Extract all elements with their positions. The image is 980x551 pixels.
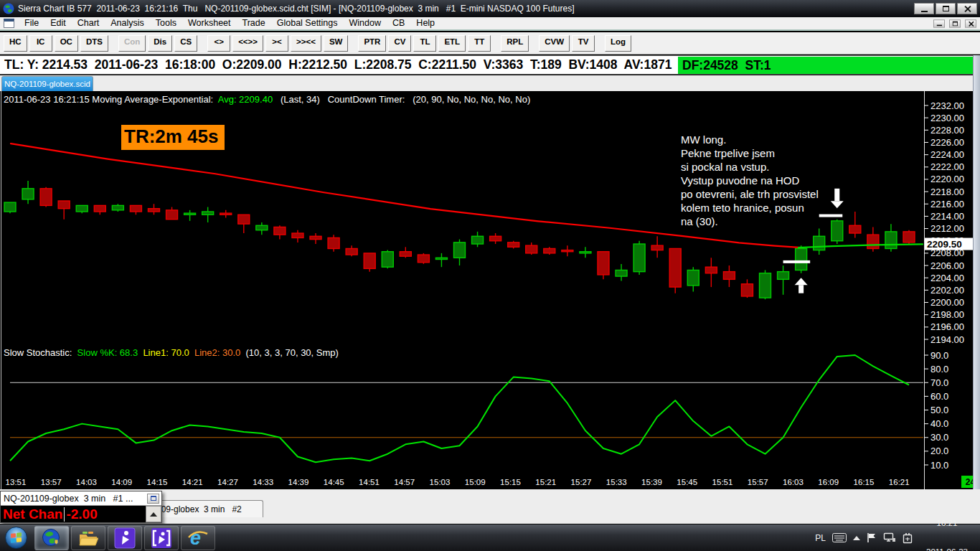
svg-text:15:39: 15:39: [641, 478, 662, 486]
net-change-label: Net Chan: [1, 507, 62, 522]
chart-canvas[interactable]: 2232.002230.002228.002226.002224.002222.…: [0, 91, 980, 489]
study-header: 2011-06-23 16:21:15 Moving Average-Expon…: [4, 94, 530, 105]
clock-time: 16:21: [920, 519, 974, 529]
toolbar-button-oc[interactable]: OC: [55, 35, 78, 52]
mini-window-title: NQ-201109-globex 3 min #1 ...: [4, 494, 133, 504]
toolbar-button-dts[interactable]: DTS: [80, 35, 108, 52]
mini-window-restore-button[interactable]: [147, 494, 159, 504]
toolbar-button-dis[interactable]: Dis: [148, 35, 172, 52]
text-segment: Line2: 30.0: [194, 347, 240, 358]
stochastic-header: Slow Stochastic: Slow %K: 68.3 Line1: 70…: [4, 347, 339, 358]
toolbar-button-ic[interactable]: IC: [29, 35, 52, 52]
menu-global-settings[interactable]: Global Settings: [271, 17, 344, 30]
svg-text:14:39: 14:39: [288, 478, 309, 486]
child-window-icon[interactable]: [4, 19, 14, 28]
svg-text:14:15: 14:15: [147, 478, 168, 486]
text-segment: Avg: 2209.40: [218, 94, 273, 105]
svg-text:2196.00: 2196.00: [930, 321, 964, 332]
toolbar-button-tl[interactable]: TL: [413, 35, 436, 52]
svg-text:2222.00: 2222.00: [930, 161, 964, 172]
tab-chart-2[interactable]: 109-globex 3 min #2: [149, 500, 263, 517]
menu-trade[interactable]: Trade: [237, 17, 271, 30]
taskbar-app-internet-explorer[interactable]: e: [181, 526, 215, 550]
net-change-display: Net Chan -2.00: [1, 505, 161, 522]
toolbar-button-hc[interactable]: HC: [4, 35, 27, 52]
toolbar-button-cs[interactable]: CS: [174, 35, 197, 52]
svg-text:2198.00: 2198.00: [930, 309, 964, 320]
chart-region[interactable]: 2232.002230.002228.002226.002224.002222.…: [0, 91, 980, 489]
toolbar-button-log[interactable]: Log: [605, 35, 631, 52]
menu-file[interactable]: File: [19, 17, 44, 30]
tab-chart-file[interactable]: NQ-201109-globex.scid: [1, 76, 93, 91]
close-button[interactable]: [957, 3, 977, 14]
taskbar-app-sierra-chart[interactable]: [34, 526, 69, 550]
start-button[interactable]: [0, 525, 32, 551]
mini-window-titlebar[interactable]: NQ-201109-globex 3 min #1 ...: [1, 491, 161, 505]
taskbar-clock[interactable]: 16:21 2011-06-23: [920, 499, 974, 551]
svg-text:14:27: 14:27: [217, 478, 238, 486]
toolbar-button-ptr[interactable]: PTR: [358, 35, 386, 52]
svg-text:14:33: 14:33: [253, 478, 273, 486]
svg-text:2204.00: 2204.00: [930, 273, 964, 283]
toolbar-button-sw[interactable]: SW: [324, 35, 349, 52]
mdi-close-button[interactable]: [965, 19, 976, 27]
toolbar-button-con[interactable]: Con: [118, 35, 146, 52]
menu-chart[interactable]: Chart: [72, 17, 105, 30]
menu-worksheet[interactable]: Worksheet: [182, 17, 237, 30]
network-icon[interactable]: [883, 532, 896, 543]
svg-text:2230.00: 2230.00: [930, 113, 964, 123]
svg-text:15:03: 15:03: [430, 478, 451, 486]
toolbar-button-rpl[interactable]: RPL: [501, 35, 529, 52]
svg-text:16:15: 16:15: [854, 478, 875, 486]
menu-help[interactable]: Help: [410, 17, 440, 30]
taskbar-app-trading-app-1[interactable]: [108, 526, 142, 550]
svg-text:2224.00: 2224.00: [930, 149, 964, 160]
toolbar-button-cvw[interactable]: CVW: [539, 35, 570, 52]
svg-text:30.0: 30.0: [930, 432, 948, 443]
svg-text:14:45: 14:45: [324, 478, 344, 486]
menu-tools[interactable]: Tools: [150, 17, 182, 30]
svg-text:2216.00: 2216.00: [930, 199, 964, 209]
net-change-value: -2.00: [66, 507, 97, 522]
svg-text:14:09: 14:09: [111, 478, 132, 486]
svg-text:13:57: 13:57: [41, 478, 62, 486]
window-title: Sierra Chart IB 577 2011-06-23 16:21:16 …: [18, 4, 914, 14]
toolbar-button-tt[interactable]: TT: [468, 35, 491, 52]
vertical-scrollbar[interactable]: [973, 55, 980, 489]
menu-analysis[interactable]: Analysis: [105, 17, 150, 30]
mdi-minimize-button[interactable]: [933, 19, 945, 27]
taskbar-app-trading-app-2[interactable]: [144, 526, 179, 550]
menu-cb[interactable]: CB: [387, 17, 410, 30]
text-segment: (10, 3, 3, 70, 30, Smp): [240, 347, 339, 358]
maximize-button[interactable]: [936, 3, 956, 14]
toolbar-button-tv[interactable]: TV: [572, 35, 595, 52]
title-bar[interactable]: Sierra Chart IB 577 2011-06-23 16:21:16 …: [0, 0, 980, 17]
menu-window[interactable]: Window: [344, 17, 387, 30]
show-hidden-icons-button[interactable]: [853, 536, 860, 540]
svg-text:2220.00: 2220.00: [930, 174, 964, 184]
action-center-flag-icon[interactable]: [867, 532, 877, 543]
svg-text:20.0: 20.0: [930, 446, 948, 456]
toolbar-button-etl[interactable]: ETL: [438, 35, 466, 52]
svg-text:15:09: 15:09: [465, 478, 486, 486]
toolbar-button-cv[interactable]: CV: [388, 35, 411, 52]
toolbar-button-[interactable]: ><: [265, 35, 288, 52]
svg-text:70.0: 70.0: [930, 377, 948, 388]
toolbar-button-[interactable]: >><<: [291, 35, 321, 52]
taskbar-app-windows-explorer[interactable]: [71, 526, 105, 550]
mdi-restore-button[interactable]: [949, 19, 961, 27]
svg-text:2214.00: 2214.00: [930, 211, 964, 222]
keyboard-icon[interactable]: [832, 533, 847, 542]
toolbar-button-[interactable]: <<>>: [232, 35, 263, 52]
svg-text:15:33: 15:33: [606, 478, 627, 486]
minimize-button[interactable]: [914, 3, 934, 14]
globe-shield-icon: [42, 528, 62, 548]
menu-edit[interactable]: Edit: [44, 17, 72, 30]
language-indicator[interactable]: PL: [815, 533, 826, 543]
remove-hardware-icon[interactable]: [903, 532, 913, 544]
net-change-window: NQ-201109-globex 3 min #1 ... Net Chan -…: [0, 491, 162, 523]
text-segment: (Last, 34) CountDown Timer: (20, 90, No,…: [273, 94, 530, 105]
svg-text:16:03: 16:03: [783, 478, 804, 486]
toolbar-button-[interactable]: <>: [207, 35, 230, 52]
spin-up-button[interactable]: [146, 506, 161, 522]
